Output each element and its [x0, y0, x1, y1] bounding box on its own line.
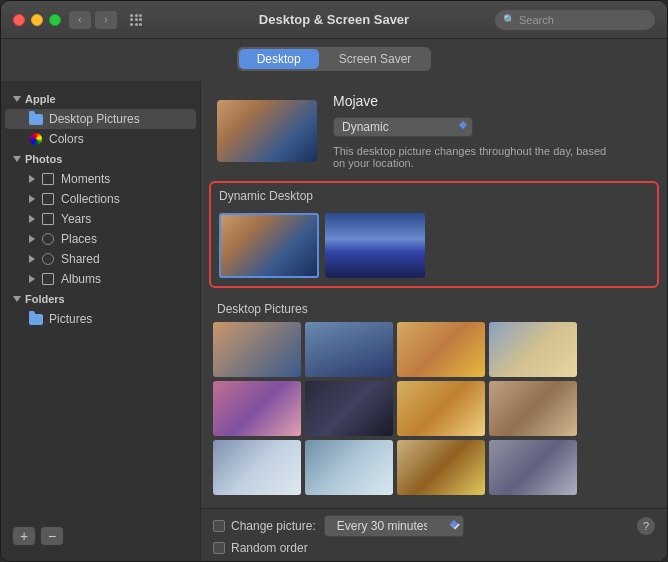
expand-years-icon — [29, 215, 35, 223]
traffic-lights — [13, 14, 61, 26]
years-icon — [41, 212, 55, 226]
wallpaper-thumb-9[interactable] — [213, 440, 301, 495]
preview-description: This desktop picture changes throughout … — [333, 145, 613, 169]
desktop-section-title: Desktop Pictures — [217, 302, 308, 316]
preview-thumbnail — [217, 100, 317, 162]
shared-icon — [41, 252, 55, 266]
change-picture-text: Change picture: — [231, 519, 316, 533]
back-button[interactable]: ‹ — [69, 11, 91, 29]
desktop-section-header: Desktop Pictures — [209, 296, 659, 322]
sidebar-shared-label: Shared — [61, 252, 100, 266]
bottom-bar: Change picture: Every 30 minutes Every h… — [201, 508, 667, 561]
sidebar-item-places[interactable]: Places — [5, 229, 196, 249]
albums-icon — [41, 272, 55, 286]
random-order-label[interactable]: Random order — [213, 541, 308, 555]
sidebar-collections-label: Collections — [61, 192, 120, 206]
expand-moments-icon — [29, 175, 35, 183]
sidebar-apple-label: Apple — [25, 93, 56, 105]
expand-places-icon — [29, 235, 35, 243]
search-box[interactable]: 🔍 Search — [495, 10, 655, 30]
image-grid — [209, 322, 659, 495]
dynamic-thumb-day[interactable] — [219, 213, 319, 278]
folder-icon — [29, 112, 43, 126]
sidebar-item-desktop-pictures[interactable]: Desktop Pictures — [5, 109, 196, 129]
help-button[interactable]: ? — [637, 517, 655, 535]
wallpaper-thumb-7[interactable] — [397, 381, 485, 436]
random-order-checkbox[interactable] — [213, 542, 225, 554]
sidebar-item-albums[interactable]: Albums — [5, 269, 196, 289]
wallpaper-thumb-3[interactable] — [397, 322, 485, 377]
wallpaper-thumb-8[interactable] — [489, 381, 577, 436]
dynamic-thumb-night[interactable] — [325, 213, 425, 278]
sidebar-years-label: Years — [61, 212, 91, 226]
wallpaper-thumb-1[interactable] — [213, 322, 301, 377]
wallpaper-thumb-4[interactable] — [489, 322, 577, 377]
places-icon — [41, 232, 55, 246]
expand-albums-icon — [29, 275, 35, 283]
sidebar-colors-label: Colors — [49, 132, 84, 146]
wallpaper-thumb-6[interactable] — [305, 381, 393, 436]
dynamic-section-title: Dynamic Desktop — [219, 189, 313, 203]
wallpaper-thumb-2[interactable] — [305, 322, 393, 377]
interval-dropdown[interactable]: Every 30 minutes Every hour Every day — [324, 515, 464, 537]
pictures-folder-icon — [29, 312, 43, 326]
remove-source-button[interactable]: − — [41, 527, 63, 545]
collections-icon — [41, 192, 55, 206]
moments-icon — [41, 172, 55, 186]
dynamic-desktop-section: Dynamic Desktop — [209, 181, 659, 288]
expand-collections-icon — [29, 195, 35, 203]
add-source-button[interactable]: + — [13, 527, 35, 545]
sidebar-section-folders[interactable]: Folders — [1, 289, 200, 309]
collapse-apple-icon — [13, 96, 21, 102]
sidebar-item-years[interactable]: Years — [5, 209, 196, 229]
sidebar-section-photos[interactable]: Photos — [1, 149, 200, 169]
wallpaper-thumb-10[interactable] — [305, 440, 393, 495]
wallpaper-thumb-5[interactable] — [213, 381, 301, 436]
preview-header: Mojave Dynamic Light Dark This desktop p… — [201, 81, 667, 181]
preview-image — [217, 100, 317, 162]
dynamic-dropdown[interactable]: Dynamic Light Dark — [333, 117, 473, 137]
dynamic-section-header: Dynamic Desktop — [215, 183, 653, 209]
sidebar-places-label: Places — [61, 232, 97, 246]
wallpaper-thumb-11[interactable] — [397, 440, 485, 495]
preview-title: Mojave — [333, 93, 613, 109]
maximize-button[interactable] — [49, 14, 61, 26]
sidebar-item-moments[interactable]: Moments — [5, 169, 196, 189]
close-button[interactable] — [13, 14, 25, 26]
window: ‹ › Desktop & Screen Saver 🔍 Search — [0, 0, 668, 562]
sidebar-item-colors[interactable]: Colors — [5, 129, 196, 149]
collapse-photos-icon — [13, 156, 21, 162]
random-order-text: Random order — [231, 541, 308, 555]
sidebar-albums-label: Albums — [61, 272, 101, 286]
main-content: Apple Desktop Pictures Colors Photos — [1, 81, 667, 561]
change-picture-checkbox[interactable] — [213, 520, 225, 532]
sidebar-desktop-pictures-label: Desktop Pictures — [49, 112, 140, 126]
search-icon: 🔍 — [503, 14, 515, 25]
content-area: Mojave Dynamic Light Dark This desktop p… — [201, 81, 667, 561]
grid-view-button[interactable] — [125, 11, 147, 29]
expand-shared-icon — [29, 255, 35, 263]
search-area: 🔍 Search — [495, 10, 655, 30]
color-wheel-icon — [29, 132, 43, 146]
sidebar-section-apple[interactable]: Apple — [1, 89, 200, 109]
tab-bar: Desktop Screen Saver — [1, 39, 667, 81]
sidebar-item-pictures[interactable]: Pictures — [5, 309, 196, 329]
sidebar-moments-label: Moments — [61, 172, 110, 186]
sidebar-footer: + − — [1, 519, 200, 553]
change-picture-label[interactable]: Change picture: — [213, 519, 316, 533]
forward-button[interactable]: › — [95, 11, 117, 29]
sidebar-pictures-label: Pictures — [49, 312, 92, 326]
sidebar-item-shared[interactable]: Shared — [5, 249, 196, 269]
tab-desktop[interactable]: Desktop — [239, 49, 319, 69]
sidebar: Apple Desktop Pictures Colors Photos — [1, 81, 201, 561]
random-order-row: Random order — [213, 541, 655, 555]
collapse-folders-icon — [13, 296, 21, 302]
grid-icon — [130, 14, 142, 26]
wallpaper-thumb-12[interactable] — [489, 440, 577, 495]
interval-dropdown-wrapper: Every 30 minutes Every hour Every day — [324, 515, 464, 537]
sidebar-item-collections[interactable]: Collections — [5, 189, 196, 209]
sidebar-folders-label: Folders — [25, 293, 65, 305]
tab-screensaver[interactable]: Screen Saver — [321, 49, 430, 69]
search-input[interactable]: Search — [519, 14, 554, 26]
minimize-button[interactable] — [31, 14, 43, 26]
